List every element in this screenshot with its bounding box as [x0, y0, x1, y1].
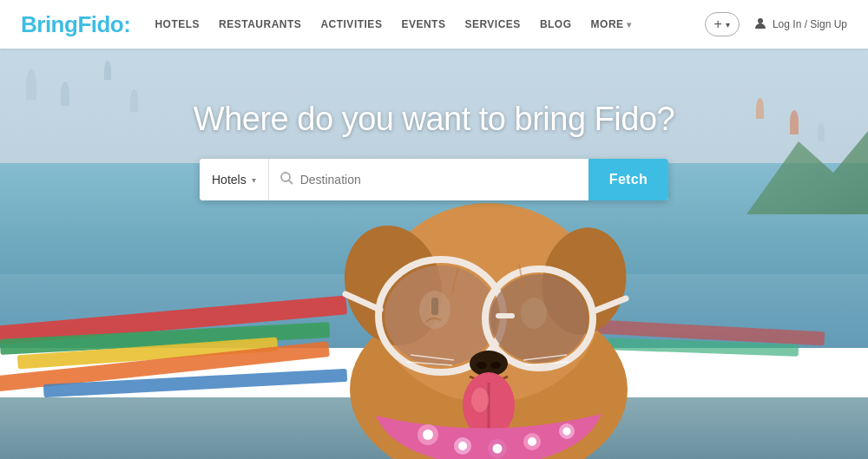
svg-point-22 — [423, 429, 433, 440]
destination-input[interactable] — [300, 173, 578, 187]
nav-link-restaurants[interactable]: RESTAURANTS — [219, 18, 301, 30]
person-silhouette — [26, 69, 36, 100]
navigation: BringFido: HOTELS RESTAURANTS ACTIVITIES… — [0, 0, 868, 49]
nav-right: + ▾ Log In / Sign Up — [705, 12, 847, 36]
svg-point-26 — [493, 444, 503, 454]
svg-rect-11 — [431, 298, 438, 315]
search-type-label: Hotels — [212, 173, 247, 187]
svg-rect-9 — [496, 313, 515, 318]
search-input-wrap — [269, 171, 589, 188]
hero-section: Where do you want to bring Fido? Hotels … — [0, 49, 868, 459]
person-silhouette — [104, 61, 111, 80]
svg-point-24 — [458, 442, 467, 450]
person-icon — [753, 16, 767, 33]
login-button[interactable]: Log In / Sign Up — [753, 16, 847, 33]
svg-point-16 — [477, 362, 487, 369]
chevron-down-icon: ▾ — [726, 20, 730, 30]
svg-point-20 — [471, 388, 489, 412]
nav-link-services[interactable]: SERVICES — [464, 18, 520, 30]
svg-point-17 — [490, 362, 501, 369]
chevron-down-icon: ▾ — [627, 20, 632, 30]
nav-links: HOTELS RESTAURANTS ACTIVITIES EVENTS SER… — [155, 18, 704, 30]
hero-content: Where do you want to bring Fido? Hotels … — [0, 101, 868, 200]
nav-link-events[interactable]: EVENTS — [401, 18, 445, 30]
svg-point-30 — [563, 428, 571, 436]
plus-icon: + — [714, 17, 722, 31]
search-type-dropdown[interactable]: Hotels ▾ — [200, 159, 269, 200]
svg-point-0 — [758, 18, 763, 23]
svg-point-12 — [521, 298, 547, 329]
nav-link-hotels[interactable]: HOTELS — [155, 18, 200, 30]
chevron-down-icon: ▾ — [252, 175, 256, 185]
nav-link-more[interactable]: MORE ▾ — [591, 18, 632, 30]
nav-link-activities[interactable]: ACTIVITIES — [320, 18, 382, 30]
svg-line-36 — [289, 180, 293, 184]
search-icon — [279, 171, 293, 188]
add-button[interactable]: + ▾ — [705, 12, 740, 36]
site-logo[interactable]: BringFido: — [21, 11, 130, 38]
hero-title: Where do you want to bring Fido? — [194, 101, 674, 138]
nav-link-blog[interactable]: BLOG — [540, 18, 572, 30]
fetch-button[interactable]: Fetch — [589, 159, 668, 200]
search-bar: Hotels ▾ Fetch — [200, 159, 668, 200]
svg-point-28 — [528, 437, 536, 446]
